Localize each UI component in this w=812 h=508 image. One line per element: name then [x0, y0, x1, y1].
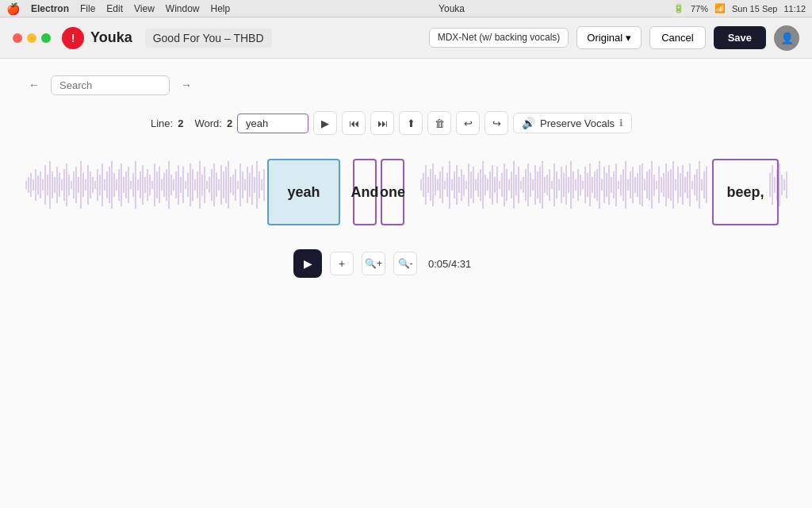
svg-rect-120 [465, 181, 467, 189]
svg-rect-159 [558, 179, 560, 190]
svg-rect-162 [565, 165, 567, 205]
svg-rect-42 [125, 171, 127, 198]
svg-rect-75 [204, 167, 205, 203]
svg-rect-152 [542, 161, 543, 209]
fast-forward-button[interactable]: ⏭ [370, 111, 394, 135]
undo-icon: ↩ [464, 117, 473, 129]
svg-rect-158 [556, 171, 557, 198]
svg-rect-2 [30, 173, 32, 197]
svg-rect-112 [446, 173, 448, 197]
svg-rect-90 [239, 164, 241, 206]
cancel-button[interactable]: Cancel [649, 26, 705, 49]
word-block-beep[interactable]: beep, [712, 159, 779, 225]
svg-rect-43 [128, 167, 129, 203]
svg-rect-129 [487, 179, 488, 190]
svg-rect-9 [47, 175, 48, 195]
svg-rect-65 [180, 177, 182, 193]
svg-rect-176 [599, 161, 600, 209]
svg-rect-196 [646, 171, 648, 198]
svg-rect-227 [781, 175, 783, 195]
svg-rect-121 [468, 164, 469, 206]
svg-rect-62 [173, 179, 174, 190]
menu-window[interactable]: Window [166, 3, 200, 14]
svg-rect-86 [230, 177, 232, 193]
back-button[interactable]: ← [24, 75, 44, 95]
title-bar-right: MDX-Net (w/ backing vocals) Original ▾ C… [429, 25, 799, 51]
svg-rect-79 [213, 164, 215, 206]
svg-rect-168 [580, 175, 581, 195]
svg-rect-28 [92, 177, 94, 193]
svg-rect-149 [534, 165, 536, 205]
info-icon: ℹ [619, 117, 623, 129]
original-button[interactable]: Original ▾ [576, 26, 642, 49]
word-block-yeah[interactable]: yeah [267, 159, 340, 225]
svg-rect-122 [470, 171, 472, 198]
svg-rect-94 [249, 173, 251, 197]
word-yeah-text: yeah [287, 184, 320, 201]
play-button-small[interactable]: ▶ [313, 111, 337, 135]
svg-rect-136 [504, 164, 505, 206]
menu-edit[interactable]: Edit [106, 3, 123, 14]
user-avatar-button[interactable]: 👤 [774, 25, 799, 51]
share-button[interactable]: ⬆ [399, 111, 423, 135]
svg-rect-12 [54, 177, 56, 193]
svg-rect-165 [573, 171, 574, 198]
svg-rect-117 [458, 177, 460, 193]
forward-button[interactable]: → [176, 75, 197, 95]
redo-button[interactable]: ↪ [485, 111, 508, 135]
menu-app[interactable]: Electron [31, 3, 69, 14]
svg-rect-31 [99, 175, 101, 195]
svg-rect-213 [687, 171, 688, 198]
svg-rect-126 [480, 169, 481, 201]
undo-button[interactable]: ↩ [456, 111, 480, 135]
play-large-button[interactable]: ▶ [293, 249, 322, 278]
svg-rect-46 [135, 161, 136, 209]
svg-rect-26 [87, 165, 89, 205]
minimize-button[interactable] [27, 33, 36, 43]
word-label: Word: [194, 117, 221, 129]
original-label: Original [587, 32, 622, 44]
delete-button[interactable]: 🗑 [427, 111, 451, 135]
preserve-vocals-label: Preserve Vocals [540, 117, 615, 129]
close-button[interactable] [13, 33, 22, 43]
save-button[interactable]: Save [714, 26, 766, 49]
svg-rect-216 [694, 175, 695, 195]
trash-icon: 🗑 [435, 117, 445, 129]
svg-rect-210 [680, 173, 681, 197]
back-arrow-icon: ← [29, 79, 40, 91]
rewind-button[interactable]: ⏮ [342, 111, 366, 135]
svg-rect-35 [109, 167, 110, 203]
word-text-input[interactable] [237, 114, 308, 133]
svg-rect-212 [684, 177, 686, 193]
battery-icon: 🔋 [673, 3, 684, 13]
chevron-down-icon: ▾ [626, 32, 631, 44]
menu-help[interactable]: Help [211, 3, 231, 14]
svg-rect-38 [116, 179, 117, 190]
search-input[interactable] [51, 75, 170, 95]
svg-rect-30 [97, 169, 98, 201]
svg-rect-138 [508, 179, 510, 190]
svg-rect-29 [94, 181, 96, 189]
svg-rect-203 [663, 173, 665, 197]
menu-view[interactable]: View [134, 3, 155, 14]
svg-rect-141 [515, 175, 517, 195]
svg-rect-66 [182, 167, 184, 203]
svg-rect-151 [539, 167, 541, 203]
svg-rect-137 [506, 169, 508, 201]
preserve-vocals-button[interactable]: 🔊 Preserve Vocals ℹ [513, 113, 632, 133]
word-block-one[interactable]: one [381, 159, 404, 225]
svg-rect-134 [499, 181, 500, 189]
model-badge: MDX-Net (w/ backing vocals) [429, 28, 569, 48]
zoom-out-button[interactable]: 🔍- [393, 252, 417, 275]
svg-rect-183 [615, 164, 617, 206]
svg-rect-186 [622, 169, 624, 201]
add-button[interactable]: + [330, 252, 354, 275]
svg-rect-118 [461, 169, 462, 201]
maximize-button[interactable] [41, 33, 51, 43]
zoom-in-button[interactable]: 🔍+ [362, 252, 385, 275]
menu-file[interactable]: File [80, 3, 95, 14]
word-block-and[interactable]: And [353, 159, 377, 225]
svg-rect-7 [42, 179, 44, 190]
svg-rect-39 [118, 169, 120, 201]
svg-rect-34 [106, 171, 108, 198]
